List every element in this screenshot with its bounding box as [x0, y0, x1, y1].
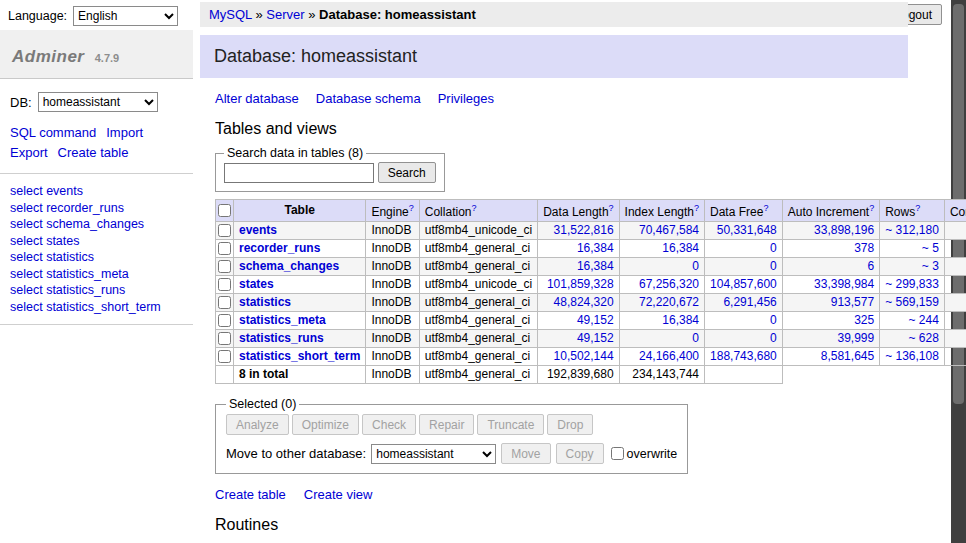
move-button[interactable]: Move: [501, 443, 550, 464]
sidebar-table-link-select-states[interactable]: select states: [10, 233, 183, 250]
data-length-link[interactable]: 101,859,328: [547, 277, 614, 291]
data-free-link[interactable]: 188,743,680: [710, 349, 777, 363]
index-length-link[interactable]: 16,384: [662, 241, 699, 255]
auto-increment-link[interactable]: 6: [867, 259, 874, 273]
create-link-create-table[interactable]: Create table: [215, 487, 286, 502]
auto-increment-link[interactable]: 913,577: [831, 295, 874, 309]
row-checkbox[interactable]: [218, 332, 231, 345]
auto-increment-link[interactable]: 39,999: [837, 331, 874, 345]
column-header-table: Table: [234, 200, 366, 222]
sidebar-table-link-select-statistics-short-term[interactable]: select statistics_short_term: [10, 299, 183, 316]
data-length-link[interactable]: 49,152: [577, 313, 614, 327]
index-length-link[interactable]: 70,467,584: [639, 223, 699, 237]
data-free-link[interactable]: 0: [770, 331, 777, 345]
breadcrumb-link-server[interactable]: Server: [266, 7, 304, 22]
overwrite-checkbox[interactable]: [611, 447, 624, 460]
select-all-checkbox[interactable]: [218, 204, 231, 217]
auto-increment-link[interactable]: 33,898,196: [814, 223, 874, 237]
drop-button[interactable]: Drop: [547, 414, 593, 435]
data-free-link[interactable]: 104,857,600: [710, 277, 777, 291]
table-name-link-schema-changes[interactable]: schema_changes: [239, 259, 339, 273]
auto-increment-link[interactable]: 33,398,984: [814, 277, 874, 291]
help-link-engine[interactable]: ?: [409, 203, 414, 213]
copy-button[interactable]: Copy: [556, 443, 604, 464]
rows-count-link[interactable]: ~ 244: [909, 313, 939, 327]
rows-count-link[interactable]: ~ 312,180: [885, 223, 939, 237]
table-name-link-statistics-short-term[interactable]: statistics_short_term: [239, 349, 360, 363]
optimize-button[interactable]: Optimize: [292, 414, 359, 435]
data-length-link[interactable]: 31,522,816: [554, 223, 614, 237]
data-length-link[interactable]: 49,152: [577, 331, 614, 345]
index-length-link[interactable]: 67,256,320: [639, 277, 699, 291]
rows-count-link[interactable]: ~ 136,108: [885, 349, 939, 363]
rows-count-link[interactable]: ~ 3: [922, 259, 939, 273]
index-length-link[interactable]: 0: [692, 331, 699, 345]
move-db-select[interactable]: homeassistant: [371, 444, 496, 464]
search-button[interactable]: Search: [378, 162, 436, 183]
sidebar-link-import[interactable]: Import: [106, 125, 143, 140]
table-name-link-statistics-runs[interactable]: statistics_runs: [239, 331, 324, 345]
auto-increment-link[interactable]: 8,581,645: [821, 349, 874, 363]
table-name-link-events[interactable]: events: [239, 223, 277, 237]
rows-count-link[interactable]: ~ 569,159: [885, 295, 939, 309]
sidebar-table-link-select-recorder-runs[interactable]: select recorder_runs: [10, 200, 183, 217]
data-length-link[interactable]: 48,824,320: [554, 295, 614, 309]
rows-count-link[interactable]: ~ 628: [909, 331, 939, 345]
db-action-database-schema[interactable]: Database schema: [316, 91, 421, 106]
db-action-links: Alter databaseDatabase schemaPrivileges: [215, 91, 908, 106]
data-length-link[interactable]: 10,502,144: [554, 349, 614, 363]
row-checkbox[interactable]: [218, 314, 231, 327]
data-free-link[interactable]: 6,291,456: [723, 295, 776, 309]
analyze-button[interactable]: Analyze: [226, 414, 289, 435]
db-select[interactable]: homeassistant: [38, 92, 158, 112]
rows-count-link[interactable]: ~ 5: [922, 241, 939, 255]
check-button[interactable]: Check: [362, 414, 416, 435]
rows-count-link[interactable]: ~ 299,833: [885, 277, 939, 291]
index-length-link[interactable]: 72,220,672: [639, 295, 699, 309]
help-link-rows[interactable]: ?: [915, 203, 920, 213]
breadcrumb-link-mysql[interactable]: MySQL: [209, 7, 252, 22]
table-name-link-statistics-meta[interactable]: statistics_meta: [239, 313, 326, 327]
search-input[interactable]: [224, 163, 374, 183]
sidebar-table-link-select-statistics[interactable]: select statistics: [10, 249, 183, 266]
data-free-link[interactable]: 0: [770, 313, 777, 327]
row-checkbox[interactable]: [218, 260, 231, 273]
row-checkbox[interactable]: [218, 278, 231, 291]
sidebar-link-export[interactable]: Export: [10, 145, 48, 160]
index-length-link[interactable]: 0: [692, 259, 699, 273]
data-length-link[interactable]: 16,384: [577, 241, 614, 255]
index-length-link[interactable]: 24,166,400: [639, 349, 699, 363]
sidebar-link-create-table[interactable]: Create table: [58, 145, 129, 160]
table-name-link-statistics[interactable]: statistics: [239, 295, 291, 309]
table-name-link-states[interactable]: states: [239, 277, 274, 291]
db-action-alter-database[interactable]: Alter database: [215, 91, 299, 106]
sidebar-table-link-select-schema-changes[interactable]: select schema_changes: [10, 216, 183, 233]
row-checkbox[interactable]: [218, 242, 231, 255]
language-select[interactable]: English: [73, 6, 178, 26]
table-name-link-recorder-runs[interactable]: recorder_runs: [239, 241, 320, 255]
db-action-privileges[interactable]: Privileges: [438, 91, 494, 106]
create-link-create-view[interactable]: Create view: [304, 487, 373, 502]
data-length-link[interactable]: 16,384: [577, 259, 614, 273]
row-checkbox[interactable]: [218, 350, 231, 363]
help-link-data-free[interactable]: ?: [763, 203, 768, 213]
truncate-button[interactable]: Truncate: [477, 414, 544, 435]
help-link-auto-increment[interactable]: ?: [869, 203, 874, 213]
app-logo-link[interactable]: Adminer: [12, 47, 84, 66]
auto-increment-link[interactable]: 378: [854, 241, 874, 255]
row-checkbox[interactable]: [218, 296, 231, 309]
sidebar-link-sql-command[interactable]: SQL command: [10, 125, 96, 140]
sidebar-table-link-select-events[interactable]: select events: [10, 183, 183, 200]
row-checkbox[interactable]: [218, 224, 231, 237]
auto-increment-link[interactable]: 325: [854, 313, 874, 327]
sidebar-table-link-select-statistics-meta[interactable]: select statistics_meta: [10, 266, 183, 283]
data-free-link[interactable]: 50,331,648: [717, 223, 777, 237]
repair-button[interactable]: Repair: [419, 414, 474, 435]
sidebar-table-link-select-statistics-runs[interactable]: select statistics_runs: [10, 282, 183, 299]
help-link-index-length[interactable]: ?: [694, 203, 699, 213]
help-link-data-length[interactable]: ?: [609, 203, 614, 213]
help-link-collation[interactable]: ?: [471, 203, 476, 213]
index-length-link[interactable]: 16,384: [662, 313, 699, 327]
data-free-link[interactable]: 0: [770, 241, 777, 255]
data-free-link[interactable]: 0: [770, 259, 777, 273]
